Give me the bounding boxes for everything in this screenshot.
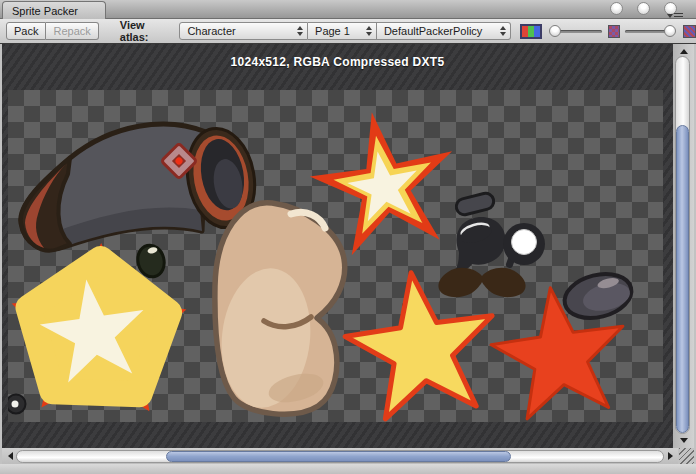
vertical-scroll-thumb[interactable] [676, 125, 689, 433]
atlas-dropdown-value: Character [187, 25, 293, 37]
eye-sprite [455, 217, 505, 271]
horizontal-scrollbar[interactable] [2, 448, 678, 464]
sprite-packer-window: Sprite Packer Pack Repack View atlas: Ch… [0, 0, 696, 474]
resize-grip[interactable] [679, 448, 694, 464]
up-arrow-icon [680, 45, 688, 54]
horizontal-scroll-track[interactable] [16, 450, 664, 463]
alpha-slider[interactable] [550, 30, 602, 33]
popup-arrows-icon [297, 23, 303, 39]
tab-title: Sprite Packer [12, 5, 78, 17]
yellow-star-sprite [345, 273, 492, 419]
atlas-info-label: 1024x512, RGBA Compressed DXT5 [2, 55, 673, 69]
right-arrow-icon [668, 452, 677, 460]
window-button-icon[interactable] [637, 2, 650, 15]
popup-arrows-icon [500, 23, 506, 39]
stripes-swatch-icon [683, 25, 696, 38]
scroll-up-button[interactable] [673, 44, 694, 56]
scroll-right-button[interactable] [664, 448, 678, 464]
atlas-dropdown[interactable]: Character [179, 22, 308, 40]
view-atlas-label: View atlas: [120, 19, 175, 43]
toolbar: Pack Repack View atlas: Character Page 1… [0, 19, 696, 44]
page-dropdown[interactable]: Page 1 [308, 22, 377, 40]
window-bottom-strip [0, 464, 696, 474]
atlas-preview-area[interactable]: 1024x512, RGBA Compressed DXT5 [2, 44, 673, 448]
bean-character-sprite [215, 203, 345, 414]
horizontal-scroll-thumb[interactable] [166, 451, 512, 462]
popup-arrows-icon [366, 23, 372, 39]
tab-sprite-packer[interactable]: Sprite Packer [2, 1, 106, 19]
pack-button-label: Pack [14, 25, 38, 37]
policy-dropdown-value: DefaultPackerPolicy [384, 25, 496, 37]
alpha-slider-knob[interactable] [549, 25, 561, 37]
window-button-icon[interactable] [610, 2, 623, 15]
atlas-texture[interactable] [8, 90, 663, 422]
pack-button[interactable]: Pack [6, 22, 46, 40]
mustache-sprite [438, 268, 525, 297]
policy-dropdown[interactable]: DefaultPackerPolicy [377, 22, 511, 40]
monocle-sprite [503, 223, 545, 269]
scroll-down-button[interactable] [673, 435, 694, 447]
button-eye-sprite [8, 395, 26, 414]
mip-slider-knob[interactable] [664, 25, 676, 37]
atlas-sprites [8, 90, 663, 422]
repack-button[interactable]: Repack [46, 22, 98, 40]
vertical-scrollbar[interactable] [673, 44, 694, 448]
checker-swatch-icon [608, 25, 621, 38]
page-dropdown-value: Page 1 [315, 25, 362, 37]
mip-slider[interactable] [625, 30, 675, 33]
tab-bar: Sprite Packer [0, 0, 696, 19]
repack-button-label: Repack [53, 25, 90, 37]
vertical-scroll-track[interactable] [675, 56, 690, 434]
scroll-left-button[interactable] [2, 448, 16, 464]
left-arrow-icon [4, 452, 13, 460]
rgb-channels-button[interactable] [520, 24, 541, 39]
down-arrow-icon [680, 438, 688, 447]
jellybean-sprite [560, 267, 636, 324]
eyebrow-sprite [455, 192, 496, 217]
